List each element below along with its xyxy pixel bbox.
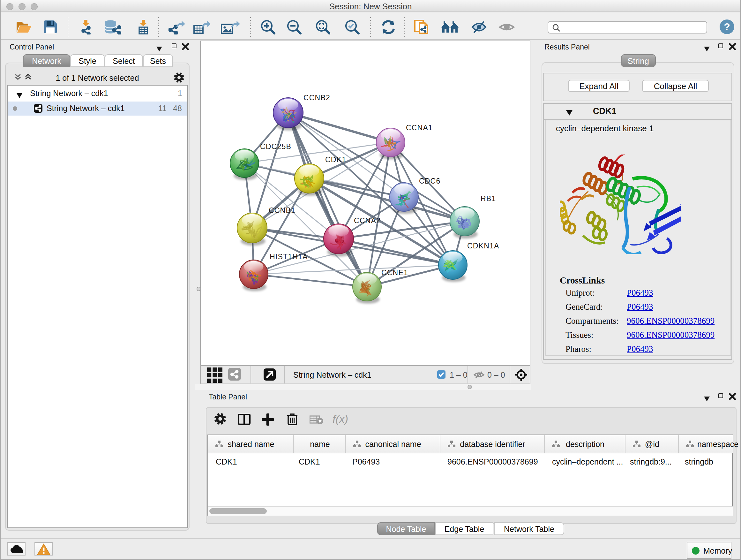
svg-text:CCNA1: CCNA1 bbox=[406, 124, 433, 132]
svg-text:CCNE1: CCNE1 bbox=[381, 268, 408, 277]
svg-text:CCNA2: CCNA2 bbox=[354, 216, 381, 225]
svg-text:CDC25B: CDC25B bbox=[260, 142, 291, 151]
svg-text:CCNB1: CCNB1 bbox=[269, 206, 295, 214]
svg-text:HIST1H1A: HIST1H1A bbox=[270, 253, 308, 261]
svg-text:CCNB2: CCNB2 bbox=[304, 94, 330, 102]
svg-text:CDK1: CDK1 bbox=[325, 155, 346, 164]
svg-text:f(x): f(x) bbox=[333, 413, 348, 425]
svg-text:RB1: RB1 bbox=[481, 194, 496, 203]
svg-text:CDKN1A: CDKN1A bbox=[467, 242, 499, 250]
svg-text:CDC6: CDC6 bbox=[419, 177, 441, 185]
